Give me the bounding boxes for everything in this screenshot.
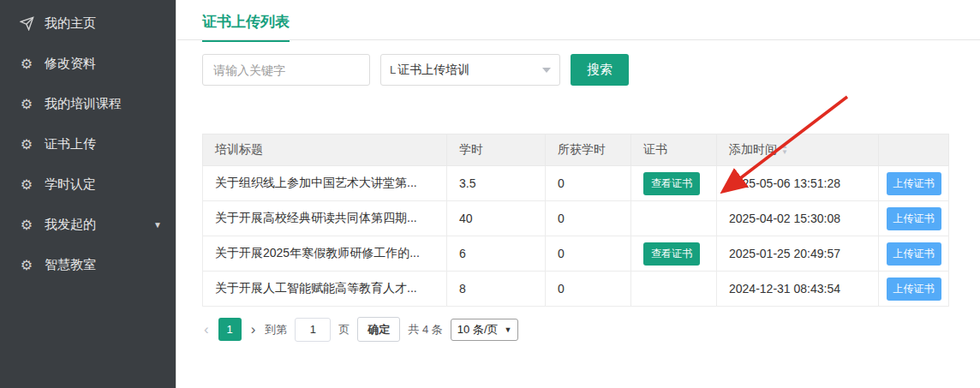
gear-icon: ⚙ <box>19 258 34 273</box>
header-add-time[interactable]: 添加时间▲▼ <box>717 134 879 166</box>
table-row: 关于组织线上参加中国艺术大讲堂第... 3.5 0 查看证书 2025-05-0… <box>203 166 949 201</box>
cell-cert <box>631 272 717 307</box>
sidebar: 我的主页 ⚙ 修改资料 ⚙ 我的培训课程 ⚙ 证书上传 ⚙ 学时认定 ⚙ 我发起… <box>0 0 176 388</box>
cell-action: 上传证书 <box>879 166 949 201</box>
goto-page-input[interactable] <box>295 318 331 342</box>
sidebar-item-my-courses[interactable]: ⚙ 我的培训课程 <box>0 84 176 124</box>
cell-time: 2024-12-31 08:43:54 <box>717 272 879 307</box>
next-page-button[interactable]: › <box>249 321 258 338</box>
table-row: 关于开展高校经典研读共同体第四期... 40 0 2025-04-02 15:3… <box>203 201 949 236</box>
category-selected-value: 证书上传培训 <box>397 63 469 78</box>
prev-page-button[interactable]: ‹ <box>202 321 211 338</box>
cell-action: 上传证书 <box>879 272 949 307</box>
gear-icon: ⚙ <box>19 177 34 193</box>
cell-hours: 40 <box>447 201 546 236</box>
cell-title: 关于开展高校经典研读共同体第四期... <box>203 201 447 236</box>
cell-title: 关于开展2025年寒假教师研修工作的... <box>203 236 447 272</box>
sort-icons[interactable]: ▲▼ <box>781 144 788 156</box>
cell-time: 2025-01-25 20:49:57 <box>717 236 879 272</box>
chevron-down-icon <box>542 68 551 73</box>
cell-earned: 0 <box>546 166 631 201</box>
sidebar-item-smart-classroom[interactable]: ⚙ 智慧教室 <box>0 245 176 285</box>
cell-hours: 6 <box>447 236 546 272</box>
table-row: 关于开展2025年寒假教师研修工作的... 6 0 查看证书 2025-01-2… <box>203 236 949 272</box>
sidebar-item-label: 修改资料 <box>45 56 96 72</box>
search-bar: L 证书上传培训 搜索 <box>202 54 980 86</box>
sidebar-item-cert-upload[interactable]: ⚙ 证书上传 <box>0 124 176 164</box>
sidebar-item-label: 我的主页 <box>45 15 96 32</box>
total-count-label: 共 4 条 <box>408 322 442 337</box>
view-cert-button[interactable]: 查看证书 <box>643 242 700 266</box>
sidebar-item-my-initiated[interactable]: ⚙ 我发起的 ▼ <box>0 205 176 245</box>
cell-action: 上传证书 <box>879 236 949 272</box>
category-icon: L <box>390 63 396 76</box>
cell-earned: 0 <box>546 236 631 272</box>
header-certificate: 证书 <box>631 134 717 166</box>
sidebar-item-label: 我发起的 <box>45 217 96 233</box>
cell-earned: 0 <box>546 201 631 236</box>
sidebar-item-label: 智慧教室 <box>45 257 96 273</box>
upload-cert-button[interactable]: 上传证书 <box>887 278 941 301</box>
upload-cert-button[interactable]: 上传证书 <box>887 242 941 266</box>
app-window: 我的主页 ⚙ 修改资料 ⚙ 我的培训课程 ⚙ 证书上传 ⚙ 学时认定 ⚙ 我发起… <box>0 0 980 388</box>
sidebar-item-hours-confirm[interactable]: ⚙ 学时认定 <box>0 164 176 205</box>
search-button[interactable]: 搜索 <box>571 54 629 86</box>
sidebar-item-home[interactable]: 我的主页 <box>0 3 176 44</box>
view-cert-button[interactable]: 查看证书 <box>643 172 700 195</box>
header-hours: 学时 <box>447 134 546 166</box>
page-size-value: 10 条/页 <box>457 322 499 337</box>
cell-cert: 查看证书 <box>631 166 717 201</box>
keyword-input[interactable] <box>202 54 370 86</box>
goto-label: 到第 <box>265 322 287 337</box>
cell-time: 2025-05-06 13:51:28 <box>717 166 879 201</box>
page-label: 页 <box>338 322 350 337</box>
confirm-button[interactable]: 确定 <box>357 317 400 342</box>
send-icon <box>19 16 34 32</box>
cell-hours: 3.5 <box>447 166 546 201</box>
cert-table: 培训标题 学时 所获学时 证书 添加时间▲▼ 关于组织线上参加中国艺术大讲堂第.… <box>202 134 948 307</box>
sidebar-item-label: 我的培训课程 <box>45 96 122 112</box>
table-row: 关于开展人工智能赋能高等教育人才... 8 0 2024-12-31 08:43… <box>203 272 949 307</box>
cell-hours: 8 <box>447 272 546 307</box>
cell-earned: 0 <box>546 272 631 307</box>
page-title: 证书上传列表 <box>202 12 290 42</box>
page-size-select[interactable]: 10 条/页 ▼ <box>451 319 519 341</box>
cell-title: 关于开展人工智能赋能高等教育人才... <box>203 272 447 307</box>
pagination: ‹ 1 › 到第 页 确定 共 4 条 10 条/页 ▼ <box>202 317 980 342</box>
header-earned-hours: 所获学时 <box>546 134 631 166</box>
cell-time: 2025-04-02 15:30:08 <box>717 201 879 236</box>
header-title: 培训标题 <box>203 134 447 166</box>
main-content: 证书上传列表 L 证书上传培训 搜索 培训标题 学时 <box>177 0 980 388</box>
sidebar-item-label: 证书上传 <box>45 136 96 152</box>
gear-icon: ⚙ <box>19 218 34 233</box>
gear-icon: ⚙ <box>19 97 34 112</box>
caret-down-icon: ▼ <box>153 220 162 230</box>
chevron-down-icon: ▼ <box>505 325 512 334</box>
gear-icon: ⚙ <box>19 57 34 72</box>
gear-icon: ⚙ <box>19 137 34 152</box>
caret-down-icon[interactable]: ▼ <box>781 150 788 156</box>
cell-action: 上传证书 <box>879 201 949 236</box>
cell-title: 关于组织线上参加中国艺术大讲堂第... <box>203 166 447 201</box>
cell-cert: 查看证书 <box>631 236 717 272</box>
header-actions <box>879 134 949 166</box>
page-header: 证书上传列表 <box>177 0 980 40</box>
page-number-button[interactable]: 1 <box>218 318 242 341</box>
sidebar-item-label: 学时认定 <box>45 176 96 193</box>
cell-cert <box>631 201 717 236</box>
table-header-row: 培训标题 学时 所获学时 证书 添加时间▲▼ <box>203 134 949 166</box>
upload-cert-button[interactable]: 上传证书 <box>887 172 941 195</box>
sidebar-item-edit-profile[interactable]: ⚙ 修改资料 <box>0 44 176 84</box>
category-select[interactable]: L 证书上传培训 <box>380 54 560 86</box>
upload-cert-button[interactable]: 上传证书 <box>887 207 941 230</box>
